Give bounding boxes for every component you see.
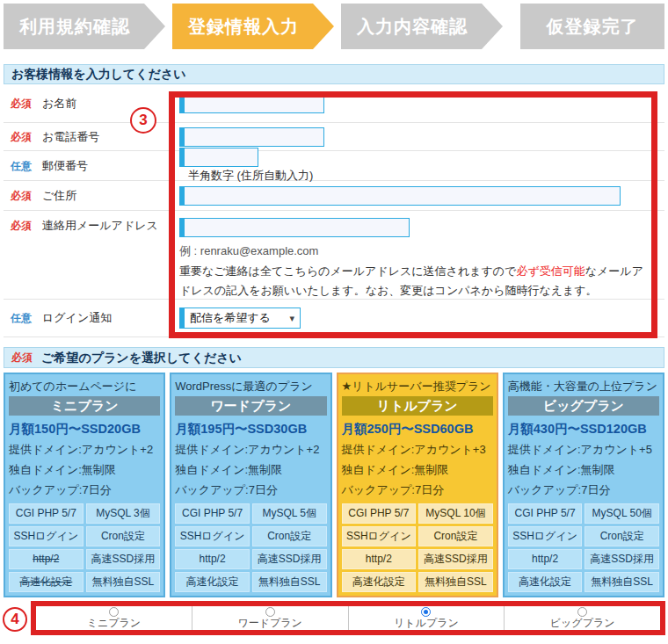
customer-info-form: 必須 お名前 必須 お電話番号 任意 郵便番号 半角数字 (住所自動入力) (4, 84, 664, 337)
plan-price: 月額430円〜SSD120GB (508, 418, 659, 439)
plan-feature-chip: 高速化設定 (342, 572, 417, 592)
radio-option-little[interactable]: リトルプラン (349, 606, 505, 630)
optional-badge: 任意 (11, 159, 32, 174)
plan-spec: バックアップ:7日分 (9, 480, 160, 500)
radio-circle[interactable] (577, 607, 587, 617)
plan-feature-chip: 高速化設定 (508, 572, 583, 592)
plan-spec: バックアップ:7日分 (508, 480, 659, 500)
step-item-terms: 利用規約確認 (4, 4, 165, 49)
plan-feature-chip: SSHログイン (342, 526, 417, 546)
plan-feature-grid: CGI PHP 5/7 MySQL 10個 SSHログイン Cron設定 htt… (342, 503, 493, 592)
plan-title: ミニプラン (9, 396, 160, 416)
email-label: 連絡用メールアドレス (42, 218, 158, 234)
plan-tagline: 高機能・大容量の上位プラン (508, 378, 659, 395)
plan-feature-chip: http/2 (9, 549, 84, 569)
login-notify-select[interactable]: 配信を希望する ▾ (179, 308, 301, 329)
plan-spec: 独自ドメイン:無制限 (342, 459, 493, 480)
plan-spec: バックアップ:7日分 (175, 480, 326, 500)
customer-info-title: お客様情報を入力してください (11, 65, 186, 83)
plan-feature-chip: MySQL 5個 (252, 503, 327, 524)
form-row-email: 必須 連絡用メールアドレス 例 : renraku@example.com 重要… (4, 211, 664, 300)
plan-section-header: 必須 ご希望のプランを選択してください (4, 347, 664, 368)
required-badge: 必須 (11, 97, 32, 112)
radio-option-word[interactable]: ワードプラン (192, 606, 349, 630)
plan-spec: 独自ドメイン:無制限 (175, 459, 326, 480)
zip-hint: 半角数字 (住所自動入力) (188, 169, 313, 182)
plan-title: ワードプラン (175, 396, 326, 416)
plan-feature-chip: 無料独自SSL (86, 572, 161, 592)
plan-feature-chip: MySQL 10個 (418, 503, 493, 524)
plan-section-title: ご希望のプランを選択してください (41, 349, 242, 367)
plan-spec: 提供ドメイン:アカウント+5 (508, 439, 659, 459)
email-example: 例 : renraku@example.com (179, 243, 664, 259)
required-badge: 必須 (11, 189, 32, 204)
plan-feature-chip: 高速SSD採用 (86, 549, 161, 569)
customer-info-header: お客様情報を入力してください (4, 64, 664, 84)
radio-label: リトルプラン (394, 618, 459, 629)
plan-feature-chip: CGI PHP 5/7 (9, 503, 84, 524)
phone-label: お電話番号 (42, 129, 99, 145)
address-input[interactable] (179, 186, 621, 206)
plan-price: 月額150円〜SSD20GB (9, 418, 160, 439)
plan-price: 月額195円〜SSD30GB (175, 418, 326, 439)
radio-label: ビッグプラン (550, 618, 615, 629)
login-notify-selected-value: 配信を希望する (190, 310, 271, 326)
plan-card-word: WordPressに最適のプラン ワードプラン 月額195円〜SSD30GB 提… (170, 373, 331, 597)
plan-feature-chip: CGI PHP 5/7 (175, 503, 250, 524)
plan-feature-chip: 無料独自SSL (584, 572, 659, 592)
required-badge: 必須 (11, 349, 33, 367)
radio-circle[interactable] (421, 607, 431, 617)
plan-spec: 提供ドメイン:アカウント+3 (342, 439, 493, 459)
plan-feature-chip: SSHログイン (9, 526, 84, 546)
email-note: 重要なご連絡は全てこちらのメールアドレスに送信されますので必ず受信可能なメールア… (179, 262, 649, 300)
plan-tagline: 初めてのホームページに (9, 378, 160, 395)
name-label: お名前 (42, 96, 76, 112)
plan-title: ビッグプラン (508, 396, 659, 416)
plan-spec: 提供ドメイン:アカウント+2 (9, 439, 160, 459)
required-badge: 必須 (11, 130, 32, 145)
plan-spec: 提供ドメイン:アカウント+2 (175, 439, 326, 459)
plan-feature-chip: SSHログイン (508, 526, 583, 546)
form-row-login-notify: 任意 ログイン通知 配信を希望する ▾ (4, 300, 664, 337)
radio-option-mini[interactable]: ミニプラン (36, 606, 192, 630)
radio-circle[interactable] (109, 607, 119, 617)
radio-circle[interactable] (265, 607, 275, 617)
email-input[interactable] (179, 218, 410, 237)
name-input[interactable] (179, 94, 324, 113)
radio-label: ワードプラン (237, 618, 301, 629)
phone-input[interactable] (179, 127, 324, 147)
radio-label: ミニプラン (87, 618, 141, 629)
plan-feature-grid: CGI PHP 5/7 MySQL 5個 SSHログイン Cron設定 http… (175, 503, 326, 592)
plan-radio-row: ミニプラン ワードプラン リトルプラン ビッグプラン (31, 601, 665, 635)
plan-feature-chip: 高速SSD採用 (418, 549, 493, 569)
plan-spec: 独自ドメイン:無制限 (9, 459, 160, 480)
plan-feature-chip: Cron設定 (418, 526, 493, 546)
registration-page: 利用規約確認 登録情報入力 入力内容確認 仮登録完了 お客様情報を入力してくださ… (0, 0, 668, 644)
form-row-zip: 任意 郵便番号 半角数字 (住所自動入力) (4, 151, 664, 181)
plan-spec: 独自ドメイン:無制限 (508, 459, 659, 480)
annotation-circle-3: 3 (130, 107, 156, 134)
plan-feature-chip: http/2 (508, 549, 583, 569)
form-row-name: 必須 お名前 (4, 84, 664, 123)
plan-feature-chip: http/2 (342, 549, 417, 569)
plan-card-big: 高機能・大容量の上位プラン ビッグプラン 月額430円〜SSD120GB 提供ド… (503, 373, 664, 597)
plan-feature-chip: 高速SSD採用 (252, 549, 327, 569)
login-notify-label: ログイン通知 (42, 310, 112, 326)
plan-card-mini: 初めてのホームページに ミニプラン 月額150円〜SSD20GB 提供ドメイン:… (4, 373, 165, 597)
chevron-down-icon: ▾ (289, 313, 294, 324)
plan-cards: 初めてのホームページに ミニプラン 月額150円〜SSD20GB 提供ドメイン:… (4, 373, 664, 597)
optional-badge: 任意 (11, 311, 32, 326)
plan-feature-chip: Cron設定 (86, 526, 161, 546)
plan-tagline: WordPressに最適のプラン (175, 378, 326, 395)
plan-feature-chip: MySQL 50個 (584, 503, 659, 524)
plan-price: 月額250円〜SSD60GB (342, 418, 493, 439)
plan-card-little: ★リトルサーバー推奨プラン リトルプラン 月額250円〜SSD60GB 提供ドメ… (337, 373, 498, 597)
plan-feature-chip: MySQL 3個 (86, 503, 161, 524)
plan-spec: バックアップ:7日分 (342, 480, 493, 500)
radio-option-big[interactable]: ビッグプラン (505, 606, 660, 630)
email-note-important: 必ず受信可能 (516, 264, 584, 278)
required-badge: 必須 (11, 219, 32, 234)
zip-input[interactable] (179, 148, 258, 167)
plan-feature-grid: CGI PHP 5/7 MySQL 3個 SSHログイン Cron設定 http… (9, 503, 160, 592)
step-progress-bar: 利用規約確認 登録情報入力 入力内容確認 仮登録完了 (4, 4, 664, 49)
